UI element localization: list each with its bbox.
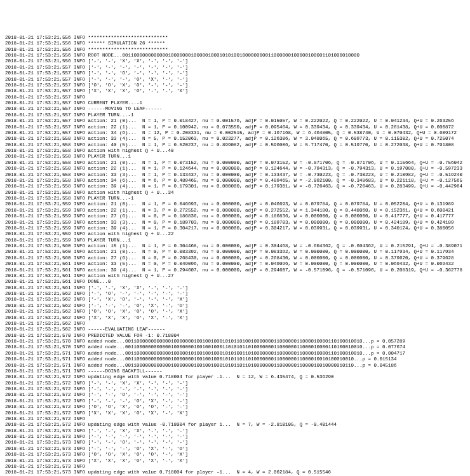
log-output: 2018-01-21 17:53:21,556 INFO ***********… — [5, 35, 465, 476]
